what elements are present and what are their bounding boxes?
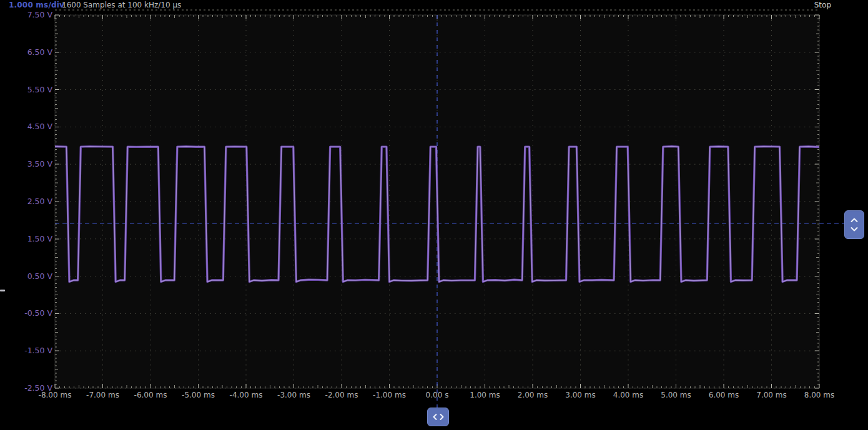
x-axis-label: 8.00 ms: [804, 391, 834, 399]
timebase-readout: 1.000 ms/div: [9, 1, 64, 9]
y-axis: 7.50 V6.50 V5.50 V4.50 V3.50 V2.50 V1.50…: [0, 0, 56, 430]
x-axis-label: 7.00 ms: [756, 391, 786, 399]
x-axis-label: 3.00 ms: [565, 391, 595, 399]
x-axis-label: 0.00 s: [426, 391, 449, 399]
x-axis-label: -5.00 ms: [182, 391, 215, 399]
trigger-level-handle[interactable]: [844, 210, 864, 239]
chevron-left-icon: [432, 413, 438, 421]
scope-plot[interactable]: [0, 0, 868, 430]
y-axis-label: 4.50 V: [0, 122, 52, 131]
chevron-up-icon: [849, 217, 859, 223]
x-axis-label: -7.00 ms: [86, 391, 119, 399]
y-axis-label: 1.50 V: [0, 235, 52, 243]
x-axis-label: -4.00 ms: [230, 391, 263, 399]
x-axis-label: -6.00 ms: [134, 391, 167, 399]
acquisition-info: 1600 Samples at 100 kHz/10 µs: [62, 1, 181, 9]
x-axis-label: 5.00 ms: [661, 391, 691, 399]
y-axis-label: 0.50 V: [0, 272, 52, 281]
x-axis-label: -3.00 ms: [277, 391, 310, 399]
y-axis-label: 3.50 V: [0, 160, 52, 169]
chevron-right-icon: [439, 413, 445, 421]
channel1-offset-marker[interactable]: [0, 290, 5, 291]
chevron-down-icon: [849, 227, 859, 232]
y-axis-label: 5.50 V: [0, 86, 52, 94]
x-axis-label: 2.00 ms: [518, 391, 548, 399]
acquisition-status: Stop: [814, 1, 831, 9]
y-axis-label: 2.50 V: [0, 197, 52, 206]
x-axis-label: 6.00 ms: [709, 391, 739, 399]
y-axis-label: -0.50 V: [0, 309, 52, 318]
y-axis-label: -1.50 V: [0, 346, 52, 355]
x-axis: -8.00 ms-7.00 ms-6.00 ms-5.00 ms-4.00 ms…: [0, 391, 868, 401]
x-axis-label: -1.00 ms: [373, 391, 406, 399]
x-axis-label: -2.00 ms: [325, 391, 358, 399]
x-axis-label: 1.00 ms: [470, 391, 500, 399]
trigger-position-handle[interactable]: [427, 408, 449, 426]
y-axis-label: 7.50 V: [0, 11, 52, 19]
x-axis-label: -8.00 ms: [39, 391, 72, 399]
y-axis-label: 6.50 V: [0, 48, 52, 57]
x-axis-label: 4.00 ms: [613, 391, 643, 399]
